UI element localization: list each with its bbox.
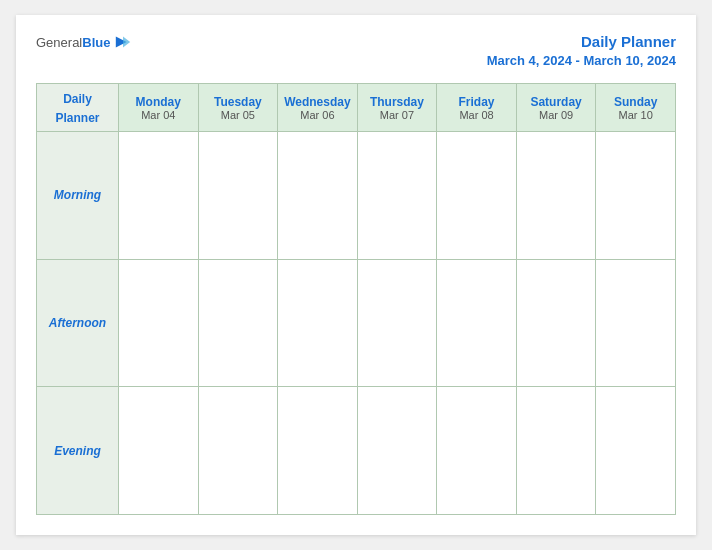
- day-name-thursday: Thursday: [360, 95, 435, 109]
- label-column-header: DailyPlanner: [37, 84, 119, 132]
- day-name-saturday: Saturday: [519, 95, 594, 109]
- col-header-text: DailyPlanner: [55, 92, 99, 125]
- title-area: Daily Planner March 4, 2024 - March 10, …: [487, 33, 676, 69]
- day-name-monday: Monday: [121, 95, 196, 109]
- morning-row: Morning: [37, 132, 676, 260]
- day-name-sunday: Sunday: [598, 95, 673, 109]
- afternoon-friday[interactable]: [437, 259, 517, 387]
- planner-table: DailyPlanner Monday Mar 04 Tuesday Mar 0…: [36, 83, 676, 515]
- day-date-thursday: Mar 07: [360, 109, 435, 121]
- afternoon-saturday[interactable]: [516, 259, 596, 387]
- logo-general: General: [36, 35, 82, 50]
- evening-tuesday[interactable]: [198, 387, 278, 515]
- morning-saturday[interactable]: [516, 132, 596, 260]
- header-row: DailyPlanner Monday Mar 04 Tuesday Mar 0…: [37, 84, 676, 132]
- day-header-wednesday: Wednesday Mar 06: [278, 84, 358, 132]
- evening-wednesday[interactable]: [278, 387, 358, 515]
- day-header-tuesday: Tuesday Mar 05: [198, 84, 278, 132]
- morning-sunday[interactable]: [596, 132, 676, 260]
- evening-thursday[interactable]: [357, 387, 437, 515]
- day-date-wednesday: Mar 06: [280, 109, 355, 121]
- day-date-friday: Mar 08: [439, 109, 514, 121]
- day-header-friday: Friday Mar 08: [437, 84, 517, 132]
- afternoon-row: Afternoon: [37, 259, 676, 387]
- day-date-tuesday: Mar 05: [201, 109, 276, 121]
- logo-arrow-icon: [114, 33, 132, 51]
- day-header-monday: Monday Mar 04: [119, 84, 199, 132]
- day-date-monday: Mar 04: [121, 109, 196, 121]
- morning-friday[interactable]: [437, 132, 517, 260]
- afternoon-sunday[interactable]: [596, 259, 676, 387]
- morning-tuesday[interactable]: [198, 132, 278, 260]
- day-date-saturday: Mar 09: [519, 109, 594, 121]
- afternoon-wednesday[interactable]: [278, 259, 358, 387]
- morning-label: Morning: [37, 132, 119, 260]
- evening-label: Evening: [37, 387, 119, 515]
- logo-blue: Blue: [82, 35, 110, 50]
- evening-saturday[interactable]: [516, 387, 596, 515]
- afternoon-thursday[interactable]: [357, 259, 437, 387]
- evening-friday[interactable]: [437, 387, 517, 515]
- morning-monday[interactable]: [119, 132, 199, 260]
- day-header-saturday: Saturday Mar 09: [516, 84, 596, 132]
- day-header-thursday: Thursday Mar 07: [357, 84, 437, 132]
- afternoon-monday[interactable]: [119, 259, 199, 387]
- page: GeneralBlue Daily Planner March 4, 2024 …: [16, 15, 696, 535]
- afternoon-label: Afternoon: [37, 259, 119, 387]
- day-header-sunday: Sunday Mar 10: [596, 84, 676, 132]
- header: GeneralBlue Daily Planner March 4, 2024 …: [36, 33, 676, 69]
- svg-marker-1: [123, 37, 130, 48]
- day-name-wednesday: Wednesday: [280, 95, 355, 109]
- planner-title: Daily Planner: [581, 33, 676, 50]
- morning-thursday[interactable]: [357, 132, 437, 260]
- day-name-friday: Friday: [439, 95, 514, 109]
- evening-row: Evening: [37, 387, 676, 515]
- afternoon-tuesday[interactable]: [198, 259, 278, 387]
- morning-wednesday[interactable]: [278, 132, 358, 260]
- day-name-tuesday: Tuesday: [201, 95, 276, 109]
- day-date-sunday: Mar 10: [598, 109, 673, 121]
- evening-monday[interactable]: [119, 387, 199, 515]
- evening-sunday[interactable]: [596, 387, 676, 515]
- planner-dates: March 4, 2024 - March 10, 2024: [487, 53, 676, 68]
- logo: GeneralBlue: [36, 33, 132, 51]
